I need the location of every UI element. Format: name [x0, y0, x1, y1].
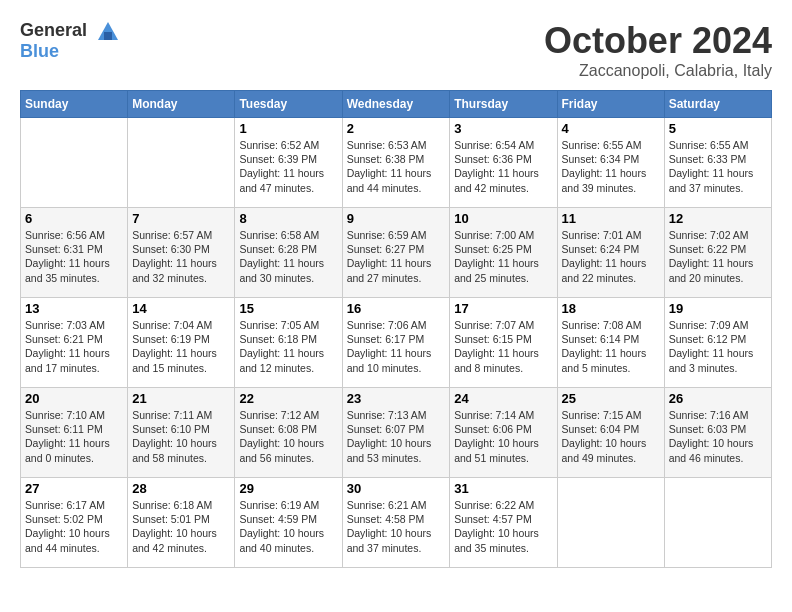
day-info: Sunrise: 7:02 AM Sunset: 6:22 PM Dayligh… — [669, 228, 767, 285]
logo-text: General Blue — [20, 20, 122, 62]
calendar-cell: 1Sunrise: 6:52 AM Sunset: 6:39 PM Daylig… — [235, 118, 342, 208]
calendar-cell — [557, 478, 664, 568]
calendar-cell: 27Sunrise: 6:17 AM Sunset: 5:02 PM Dayli… — [21, 478, 128, 568]
day-info: Sunrise: 7:15 AM Sunset: 6:04 PM Dayligh… — [562, 408, 660, 465]
day-number: 16 — [347, 301, 446, 316]
day-number: 21 — [132, 391, 230, 406]
calendar-cell: 21Sunrise: 7:11 AM Sunset: 6:10 PM Dayli… — [128, 388, 235, 478]
calendar-cell: 3Sunrise: 6:54 AM Sunset: 6:36 PM Daylig… — [450, 118, 557, 208]
calendar-cell: 5Sunrise: 6:55 AM Sunset: 6:33 PM Daylig… — [664, 118, 771, 208]
calendar-cell: 18Sunrise: 7:08 AM Sunset: 6:14 PM Dayli… — [557, 298, 664, 388]
day-info: Sunrise: 6:54 AM Sunset: 6:36 PM Dayligh… — [454, 138, 552, 195]
calendar-cell — [21, 118, 128, 208]
calendar-cell: 13Sunrise: 7:03 AM Sunset: 6:21 PM Dayli… — [21, 298, 128, 388]
calendar-cell: 17Sunrise: 7:07 AM Sunset: 6:15 PM Dayli… — [450, 298, 557, 388]
calendar-header-row: SundayMondayTuesdayWednesdayThursdayFrid… — [21, 91, 772, 118]
calendar-week-2: 6Sunrise: 6:56 AM Sunset: 6:31 PM Daylig… — [21, 208, 772, 298]
month-title: October 2024 — [544, 20, 772, 62]
day-number: 14 — [132, 301, 230, 316]
day-info: Sunrise: 7:01 AM Sunset: 6:24 PM Dayligh… — [562, 228, 660, 285]
day-number: 4 — [562, 121, 660, 136]
calendar-week-1: 1Sunrise: 6:52 AM Sunset: 6:39 PM Daylig… — [21, 118, 772, 208]
day-number: 24 — [454, 391, 552, 406]
day-number: 26 — [669, 391, 767, 406]
calendar-cell: 19Sunrise: 7:09 AM Sunset: 6:12 PM Dayli… — [664, 298, 771, 388]
day-info: Sunrise: 7:11 AM Sunset: 6:10 PM Dayligh… — [132, 408, 230, 465]
day-number: 15 — [239, 301, 337, 316]
day-number: 17 — [454, 301, 552, 316]
column-header-monday: Monday — [128, 91, 235, 118]
calendar-cell: 11Sunrise: 7:01 AM Sunset: 6:24 PM Dayli… — [557, 208, 664, 298]
day-info: Sunrise: 7:04 AM Sunset: 6:19 PM Dayligh… — [132, 318, 230, 375]
location: Zaccanopoli, Calabria, Italy — [544, 62, 772, 80]
day-number: 31 — [454, 481, 552, 496]
calendar-cell: 30Sunrise: 6:21 AM Sunset: 4:58 PM Dayli… — [342, 478, 450, 568]
day-info: Sunrise: 7:16 AM Sunset: 6:03 PM Dayligh… — [669, 408, 767, 465]
day-number: 27 — [25, 481, 123, 496]
svg-marker-1 — [104, 32, 112, 40]
day-info: Sunrise: 7:07 AM Sunset: 6:15 PM Dayligh… — [454, 318, 552, 375]
calendar-cell: 28Sunrise: 6:18 AM Sunset: 5:01 PM Dayli… — [128, 478, 235, 568]
day-info: Sunrise: 7:00 AM Sunset: 6:25 PM Dayligh… — [454, 228, 552, 285]
calendar-cell: 31Sunrise: 6:22 AM Sunset: 4:57 PM Dayli… — [450, 478, 557, 568]
calendar-cell: 15Sunrise: 7:05 AM Sunset: 6:18 PM Dayli… — [235, 298, 342, 388]
day-info: Sunrise: 6:18 AM Sunset: 5:01 PM Dayligh… — [132, 498, 230, 555]
day-info: Sunrise: 6:59 AM Sunset: 6:27 PM Dayligh… — [347, 228, 446, 285]
day-info: Sunrise: 7:09 AM Sunset: 6:12 PM Dayligh… — [669, 318, 767, 375]
calendar-cell — [664, 478, 771, 568]
calendar-cell: 20Sunrise: 7:10 AM Sunset: 6:11 PM Dayli… — [21, 388, 128, 478]
day-info: Sunrise: 6:58 AM Sunset: 6:28 PM Dayligh… — [239, 228, 337, 285]
day-number: 13 — [25, 301, 123, 316]
calendar-cell: 4Sunrise: 6:55 AM Sunset: 6:34 PM Daylig… — [557, 118, 664, 208]
calendar-cell: 2Sunrise: 6:53 AM Sunset: 6:38 PM Daylig… — [342, 118, 450, 208]
calendar-week-3: 13Sunrise: 7:03 AM Sunset: 6:21 PM Dayli… — [21, 298, 772, 388]
calendar-cell: 24Sunrise: 7:14 AM Sunset: 6:06 PM Dayli… — [450, 388, 557, 478]
title-section: October 2024 Zaccanopoli, Calabria, Ital… — [544, 20, 772, 80]
page-header: General Blue October 2024 Zaccanopoli, C… — [20, 20, 772, 80]
calendar-table: SundayMondayTuesdayWednesdayThursdayFrid… — [20, 90, 772, 568]
day-info: Sunrise: 7:08 AM Sunset: 6:14 PM Dayligh… — [562, 318, 660, 375]
calendar-cell: 29Sunrise: 6:19 AM Sunset: 4:59 PM Dayli… — [235, 478, 342, 568]
day-number: 3 — [454, 121, 552, 136]
day-info: Sunrise: 7:13 AM Sunset: 6:07 PM Dayligh… — [347, 408, 446, 465]
day-info: Sunrise: 7:14 AM Sunset: 6:06 PM Dayligh… — [454, 408, 552, 465]
calendar-cell: 9Sunrise: 6:59 AM Sunset: 6:27 PM Daylig… — [342, 208, 450, 298]
day-number: 10 — [454, 211, 552, 226]
day-number: 7 — [132, 211, 230, 226]
calendar-cell: 25Sunrise: 7:15 AM Sunset: 6:04 PM Dayli… — [557, 388, 664, 478]
calendar-cell — [128, 118, 235, 208]
day-info: Sunrise: 6:56 AM Sunset: 6:31 PM Dayligh… — [25, 228, 123, 285]
day-info: Sunrise: 7:10 AM Sunset: 6:11 PM Dayligh… — [25, 408, 123, 465]
day-number: 23 — [347, 391, 446, 406]
column-header-sunday: Sunday — [21, 91, 128, 118]
day-number: 6 — [25, 211, 123, 226]
calendar-week-5: 27Sunrise: 6:17 AM Sunset: 5:02 PM Dayli… — [21, 478, 772, 568]
day-info: Sunrise: 6:19 AM Sunset: 4:59 PM Dayligh… — [239, 498, 337, 555]
day-number: 18 — [562, 301, 660, 316]
calendar-cell: 14Sunrise: 7:04 AM Sunset: 6:19 PM Dayli… — [128, 298, 235, 388]
calendar-cell: 22Sunrise: 7:12 AM Sunset: 6:08 PM Dayli… — [235, 388, 342, 478]
day-number: 8 — [239, 211, 337, 226]
day-info: Sunrise: 6:17 AM Sunset: 5:02 PM Dayligh… — [25, 498, 123, 555]
calendar-cell: 7Sunrise: 6:57 AM Sunset: 6:30 PM Daylig… — [128, 208, 235, 298]
calendar-cell: 26Sunrise: 7:16 AM Sunset: 6:03 PM Dayli… — [664, 388, 771, 478]
calendar-week-4: 20Sunrise: 7:10 AM Sunset: 6:11 PM Dayli… — [21, 388, 772, 478]
day-number: 28 — [132, 481, 230, 496]
day-info: Sunrise: 7:03 AM Sunset: 6:21 PM Dayligh… — [25, 318, 123, 375]
day-number: 30 — [347, 481, 446, 496]
day-number: 22 — [239, 391, 337, 406]
day-number: 5 — [669, 121, 767, 136]
day-info: Sunrise: 6:55 AM Sunset: 6:33 PM Dayligh… — [669, 138, 767, 195]
column-header-tuesday: Tuesday — [235, 91, 342, 118]
day-number: 2 — [347, 121, 446, 136]
day-number: 1 — [239, 121, 337, 136]
day-info: Sunrise: 7:05 AM Sunset: 6:18 PM Dayligh… — [239, 318, 337, 375]
day-number: 11 — [562, 211, 660, 226]
logo: General Blue — [20, 20, 122, 62]
day-info: Sunrise: 6:55 AM Sunset: 6:34 PM Dayligh… — [562, 138, 660, 195]
day-info: Sunrise: 6:52 AM Sunset: 6:39 PM Dayligh… — [239, 138, 337, 195]
day-number: 25 — [562, 391, 660, 406]
day-number: 12 — [669, 211, 767, 226]
day-info: Sunrise: 6:53 AM Sunset: 6:38 PM Dayligh… — [347, 138, 446, 195]
column-header-thursday: Thursday — [450, 91, 557, 118]
